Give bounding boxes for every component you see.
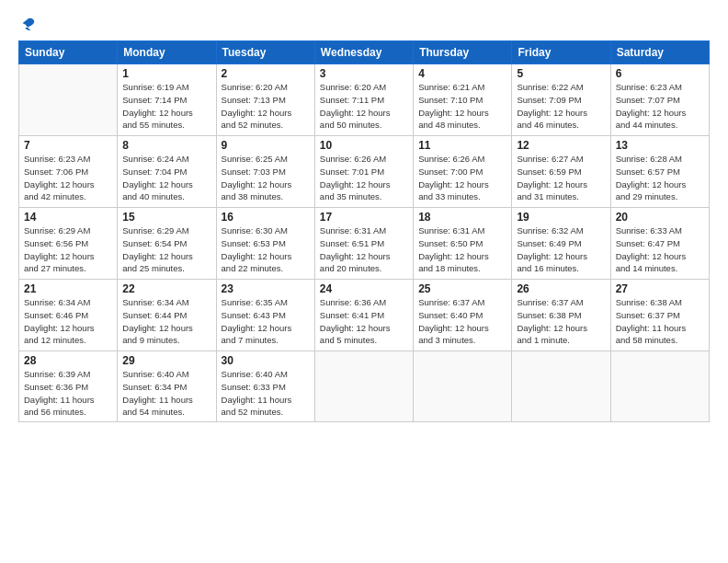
day-number: 17 [320,211,408,224]
calendar-cell: 2Sunrise: 6:20 AM Sunset: 7:13 PM Daylig… [216,64,314,136]
day-number: 20 [616,211,704,224]
page: SundayMondayTuesdayWednesdayThursdayFrid… [0,0,728,563]
day-number: 22 [122,282,210,295]
day-number: 2 [222,67,310,80]
day-number: 29 [122,354,210,367]
day-info: Sunrise: 6:27 AM Sunset: 6:59 PM Dayligh… [517,153,605,203]
day-info: Sunrise: 6:19 AM Sunset: 7:14 PM Dayligh… [122,81,210,132]
day-number: 14 [24,211,112,224]
calendar-cell: 1Sunrise: 6:19 AM Sunset: 7:14 PM Daylig… [118,64,216,136]
day-number: 8 [122,139,210,152]
calendar-cell: 20Sunrise: 6:33 AM Sunset: 6:47 PM Dayli… [610,208,709,280]
calendar-cell [512,351,610,422]
calendar-cell: 28Sunrise: 6:39 AM Sunset: 6:36 PM Dayli… [19,351,118,422]
weekday-header-sunday: Sunday [19,41,118,64]
day-info: Sunrise: 6:32 AM Sunset: 6:49 PM Dayligh… [517,224,605,275]
calendar-cell: 14Sunrise: 6:29 AM Sunset: 6:56 PM Dayli… [19,208,118,280]
weekday-header-monday: Monday [118,41,216,64]
logo-bird-icon [19,17,36,33]
day-info: Sunrise: 6:26 AM Sunset: 7:00 PM Dayligh… [418,153,506,203]
day-info: Sunrise: 6:29 AM Sunset: 6:54 PM Dayligh… [122,224,210,275]
day-info: Sunrise: 6:21 AM Sunset: 7:10 PM Dayligh… [418,81,506,132]
day-info: Sunrise: 6:20 AM Sunset: 7:13 PM Dayligh… [222,81,310,132]
weekday-header-tuesday: Tuesday [216,41,314,64]
calendar-cell: 11Sunrise: 6:26 AM Sunset: 7:00 PM Dayli… [414,136,512,208]
day-info: Sunrise: 6:26 AM Sunset: 7:01 PM Dayligh… [320,153,408,203]
day-number: 10 [320,139,408,152]
calendar-cell: 3Sunrise: 6:20 AM Sunset: 7:11 PM Daylig… [314,64,413,136]
day-info: Sunrise: 6:33 AM Sunset: 6:47 PM Dayligh… [616,224,704,275]
calendar-cell [610,351,709,422]
day-info: Sunrise: 6:34 AM Sunset: 6:44 PM Dayligh… [122,296,210,347]
calendar-cell: 25Sunrise: 6:37 AM Sunset: 6:40 PM Dayli… [414,280,512,351]
week-row-1: 1Sunrise: 6:19 AM Sunset: 7:14 PM Daylig… [19,64,710,136]
calendar-cell: 15Sunrise: 6:29 AM Sunset: 6:54 PM Dayli… [118,208,216,280]
calendar-cell [19,64,118,136]
day-info: Sunrise: 6:30 AM Sunset: 6:53 PM Dayligh… [222,224,310,275]
calendar-cell: 8Sunrise: 6:24 AM Sunset: 7:04 PM Daylig… [118,136,216,208]
day-info: Sunrise: 6:31 AM Sunset: 6:50 PM Dayligh… [418,224,506,275]
weekday-header-row: SundayMondayTuesdayWednesdayThursdayFrid… [19,41,710,64]
day-number: 13 [616,139,704,152]
calendar-cell: 21Sunrise: 6:34 AM Sunset: 6:46 PM Dayli… [19,280,118,351]
day-number: 9 [222,139,310,152]
calendar-cell: 16Sunrise: 6:30 AM Sunset: 6:53 PM Dayli… [216,208,314,280]
day-number: 19 [517,211,605,224]
calendar-cell: 29Sunrise: 6:40 AM Sunset: 6:34 PM Dayli… [118,351,216,422]
day-number: 18 [418,211,506,224]
day-number: 4 [418,67,506,80]
calendar-cell: 24Sunrise: 6:36 AM Sunset: 6:41 PM Dayli… [314,280,413,351]
day-info: Sunrise: 6:28 AM Sunset: 6:57 PM Dayligh… [616,153,704,203]
day-number: 24 [320,282,408,295]
day-info: Sunrise: 6:34 AM Sunset: 6:46 PM Dayligh… [24,296,112,347]
header [18,17,710,33]
day-info: Sunrise: 6:25 AM Sunset: 7:03 PM Dayligh… [222,153,310,203]
day-number: 7 [24,139,112,152]
day-info: Sunrise: 6:37 AM Sunset: 6:40 PM Dayligh… [418,296,506,347]
week-row-2: 7Sunrise: 6:23 AM Sunset: 7:06 PM Daylig… [19,136,710,208]
day-number: 27 [616,282,704,295]
day-info: Sunrise: 6:40 AM Sunset: 6:34 PM Dayligh… [122,368,210,419]
day-number: 1 [122,67,210,80]
calendar-cell [314,351,413,422]
calendar-table: SundayMondayTuesdayWednesdayThursdayFrid… [18,40,710,422]
day-info: Sunrise: 6:29 AM Sunset: 6:56 PM Dayligh… [24,224,112,275]
calendar-cell: 4Sunrise: 6:21 AM Sunset: 7:10 PM Daylig… [414,64,512,136]
calendar-cell: 19Sunrise: 6:32 AM Sunset: 6:49 PM Dayli… [512,208,610,280]
day-number: 25 [418,282,506,295]
day-info: Sunrise: 6:23 AM Sunset: 7:06 PM Dayligh… [24,153,112,203]
day-number: 21 [24,282,112,295]
day-number: 26 [517,282,605,295]
calendar-cell: 23Sunrise: 6:35 AM Sunset: 6:43 PM Dayli… [216,280,314,351]
day-number: 16 [222,211,310,224]
calendar-cell: 7Sunrise: 6:23 AM Sunset: 7:06 PM Daylig… [19,136,118,208]
calendar-cell [414,351,512,422]
weekday-header-wednesday: Wednesday [314,41,413,64]
day-info: Sunrise: 6:20 AM Sunset: 7:11 PM Dayligh… [320,81,408,132]
day-number: 23 [222,282,310,295]
calendar-cell: 5Sunrise: 6:22 AM Sunset: 7:09 PM Daylig… [512,64,610,136]
calendar-cell: 22Sunrise: 6:34 AM Sunset: 6:44 PM Dayli… [118,280,216,351]
day-info: Sunrise: 6:35 AM Sunset: 6:43 PM Dayligh… [222,296,310,347]
day-info: Sunrise: 6:23 AM Sunset: 7:07 PM Dayligh… [616,81,704,132]
calendar-cell: 18Sunrise: 6:31 AM Sunset: 6:50 PM Dayli… [414,208,512,280]
calendar-cell: 30Sunrise: 6:40 AM Sunset: 6:33 PM Dayli… [216,351,314,422]
calendar-cell: 10Sunrise: 6:26 AM Sunset: 7:01 PM Dayli… [314,136,413,208]
calendar-cell: 17Sunrise: 6:31 AM Sunset: 6:51 PM Dayli… [314,208,413,280]
day-info: Sunrise: 6:40 AM Sunset: 6:33 PM Dayligh… [222,368,310,419]
calendar-cell: 13Sunrise: 6:28 AM Sunset: 6:57 PM Dayli… [610,136,709,208]
day-info: Sunrise: 6:22 AM Sunset: 7:09 PM Dayligh… [517,81,605,132]
day-number: 15 [122,211,210,224]
weekday-header-saturday: Saturday [610,41,709,64]
calendar-cell: 6Sunrise: 6:23 AM Sunset: 7:07 PM Daylig… [610,64,709,136]
day-number: 6 [616,67,704,80]
day-number: 5 [517,67,605,80]
calendar-cell: 9Sunrise: 6:25 AM Sunset: 7:03 PM Daylig… [216,136,314,208]
calendar-cell: 27Sunrise: 6:38 AM Sunset: 6:37 PM Dayli… [610,280,709,351]
day-info: Sunrise: 6:37 AM Sunset: 6:38 PM Dayligh… [517,296,605,347]
week-row-4: 21Sunrise: 6:34 AM Sunset: 6:46 PM Dayli… [19,280,710,351]
day-number: 12 [517,139,605,152]
day-number: 28 [24,354,112,367]
day-number: 30 [222,354,310,367]
calendar-cell: 26Sunrise: 6:37 AM Sunset: 6:38 PM Dayli… [512,280,610,351]
